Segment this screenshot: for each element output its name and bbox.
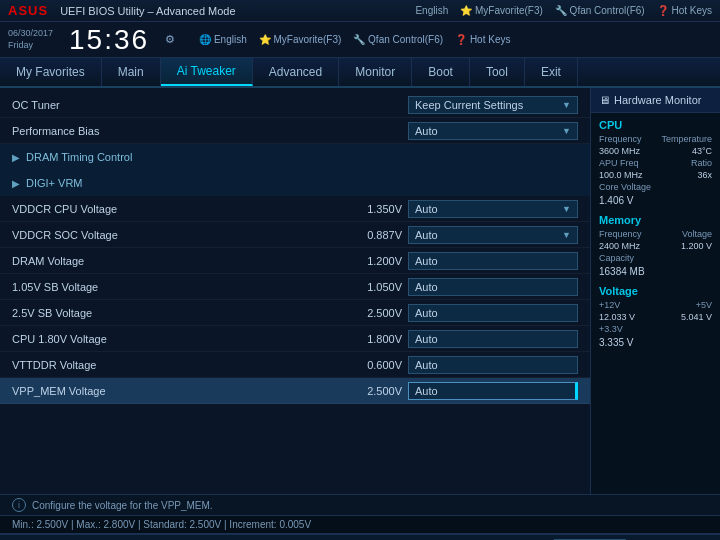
mem-cap-value: 16384 MB [591,264,720,279]
minmax-text: Min.: 2.500V | Max.: 2.800V | Standard: … [12,519,311,530]
time-display: 15:36 [69,24,149,56]
vpp-mem-label: VPP_MEM Voltage [12,385,342,397]
dram-volt-input[interactable]: Auto [408,252,578,270]
date-display: 06/30/2017 Friday [8,28,53,51]
mem-volt-label: Voltage [682,229,712,239]
volt-12-row: +12V +5V [591,299,720,311]
mem-cap-label-row: Capacity [591,252,720,264]
sb-25-input[interactable]: Auto [408,304,578,322]
setting-vpp-mem[interactable]: VPP_MEM Voltage 2.500V Auto [0,378,590,404]
mem-section-title: Memory [591,208,720,228]
nav-exit[interactable]: Exit [525,58,578,86]
cpu-apufreq-label: APU Freq [599,158,639,168]
asus-logo: ASUS [8,3,48,18]
setting-sb-25[interactable]: 2.5V SB Voltage 2.500V Auto [0,300,590,326]
setting-performance-bias[interactable]: Performance Bias Auto ▼ [0,118,590,144]
vttddr-label: VTTDDR Voltage [12,359,342,371]
section-digi-vrm[interactable]: ▶ DIGI+ VRM [0,170,590,196]
time-bar: 06/30/2017 Friday 15:36 ⚙ 🌐 English ⭐ My… [0,22,720,58]
oc-tuner-dropdown[interactable]: Keep Current Settings ▼ [408,96,578,114]
hotkeys-btn[interactable]: ❓ Hot Keys [657,5,712,16]
content-area: OC Tuner Keep Current Settings ▼ Perform… [0,88,590,494]
mem-volt-value: 1.200 V [681,241,712,251]
setting-dram-voltage[interactable]: DRAM Voltage 1.200V Auto [0,248,590,274]
setting-sb-105[interactable]: 1.05V SB Voltage 1.050V Auto [0,274,590,300]
dram-volt-val: 1.200V [342,255,402,267]
v5-value: 5.041 V [681,312,712,322]
nav-boot[interactable]: Boot [412,58,470,86]
myfavorite-btn[interactable]: ⭐ MyFavorite(F3) [460,5,543,16]
gear-icon[interactable]: ⚙ [165,33,175,46]
setting-vddcr-soc[interactable]: VDDCR SOC Voltage 0.887V Auto ▼ [0,222,590,248]
setting-cpu-18[interactable]: CPU 1.80V Voltage 1.800V Auto [0,326,590,352]
cpu-18-label: CPU 1.80V Voltage [12,333,342,345]
hotkeys-icon[interactable]: ❓ Hot Keys [455,34,510,45]
toolbar-icons: 🌐 English ⭐ MyFavorite(F3) 🔧 Qfan Contro… [199,34,510,45]
vddcr-cpu-dropdown[interactable]: Auto ▼ [408,200,578,218]
monitor-icon: 🖥 [599,94,610,106]
bios-title: UEFI BIOS Utility – Advanced Mode [60,5,235,17]
dropdown-arrow-2: ▼ [562,126,571,136]
info-text: Configure the voltage for the VPP_MEM. [32,500,213,511]
hw-monitor-header: 🖥 Hardware Monitor [591,88,720,113]
cpu-ratio-label: Ratio [691,158,712,168]
footer: Version 2.17.1246. Copyright (C) 2017 Am… [0,534,720,540]
nav-tool[interactable]: Tool [470,58,525,86]
section-dram-timing[interactable]: ▶ DRAM Timing Control [0,144,590,170]
qfan-btn[interactable]: 🔧 Qfan Control(F6) [555,5,645,16]
nav-main[interactable]: Main [102,58,161,86]
cpu-freq-value: 3600 MHz [599,146,640,156]
hw-monitor-title: Hardware Monitor [614,94,701,106]
info-bar: i Configure the voltage for the VPP_MEM. [0,494,720,516]
perf-bias-value: Auto [415,125,438,137]
nav-ai-tweaker[interactable]: Ai Tweaker [161,58,253,86]
myfavorite-icon[interactable]: ⭐ MyFavorite(F3) [259,34,342,45]
sb-105-val: 1.050V [342,281,402,293]
dropdown-arrow-3: ▼ [562,204,571,214]
dropdown-arrow: ▼ [562,100,571,110]
mem-freq-value: 2400 MHz [599,241,640,251]
qfan-icon[interactable]: 🔧 Qfan Control(F6) [353,34,443,45]
perf-bias-dropdown[interactable]: Auto ▼ [408,122,578,140]
v33-label: +3.3V [599,324,623,334]
setting-vddcr-cpu[interactable]: VDDCR CPU Voltage 1.350V Auto ▼ [0,196,590,222]
cpu-temp-value: 43°C [692,146,712,156]
language-icon[interactable]: 🌐 English [199,34,247,45]
cpu-corevolt-label-row: Core Voltage [591,181,720,193]
expand-icon: ▶ [12,152,20,163]
cpu-ratio-value: 36x [697,170,712,180]
vddcr-soc-option: Auto [415,229,438,241]
oc-tuner-label: OC Tuner [12,99,408,111]
language-selector[interactable]: English [415,5,448,16]
info-icon: i [12,498,26,512]
nav-monitor[interactable]: Monitor [339,58,412,86]
sb-105-label: 1.05V SB Voltage [12,281,342,293]
vpp-mem-input[interactable]: Auto [408,382,578,400]
setting-oc-tuner[interactable]: OC Tuner Keep Current Settings ▼ [0,92,590,118]
oc-tuner-value: Keep Current Settings [415,99,523,111]
vddcr-cpu-option: Auto [415,203,438,215]
vddcr-cpu-label: VDDCR CPU Voltage [12,203,342,215]
vddcr-soc-dropdown[interactable]: Auto ▼ [408,226,578,244]
cpu-18-input[interactable]: Auto [408,330,578,348]
cpu-freq-row: Frequency Temperature [591,133,720,145]
mem-freq-row: Frequency Voltage [591,228,720,240]
v12-label: +12V [599,300,620,310]
vttddr-val: 0.600V [342,359,402,371]
vddcr-soc-label: VDDCR SOC Voltage [12,229,342,241]
cpu-freq-val-row: 3600 MHz 43°C [591,145,720,157]
vttddr-input[interactable]: Auto [408,356,578,374]
setting-vttddr[interactable]: VTTDDR Voltage 0.600V Auto [0,352,590,378]
sb-105-input[interactable]: Auto [408,278,578,296]
mem-freq-label: Frequency [599,229,642,239]
nav-advanced[interactable]: Advanced [253,58,339,86]
vddcr-soc-val: 0.887V [342,229,402,241]
cpu-apu-row: APU Freq Ratio [591,157,720,169]
mem-cap-label: Capacity [599,253,634,263]
expand-icon-2: ▶ [12,178,20,189]
volt-12-val-row: 12.033 V 5.041 V [591,311,720,323]
top-bar: ASUS UEFI BIOS Utility – Advanced Mode E… [0,0,720,22]
nav-my-favorites[interactable]: My Favorites [0,58,102,86]
core-volt-value: 1.406 V [591,193,720,208]
hardware-monitor-panel: 🖥 Hardware Monitor CPU Frequency Tempera… [590,88,720,494]
